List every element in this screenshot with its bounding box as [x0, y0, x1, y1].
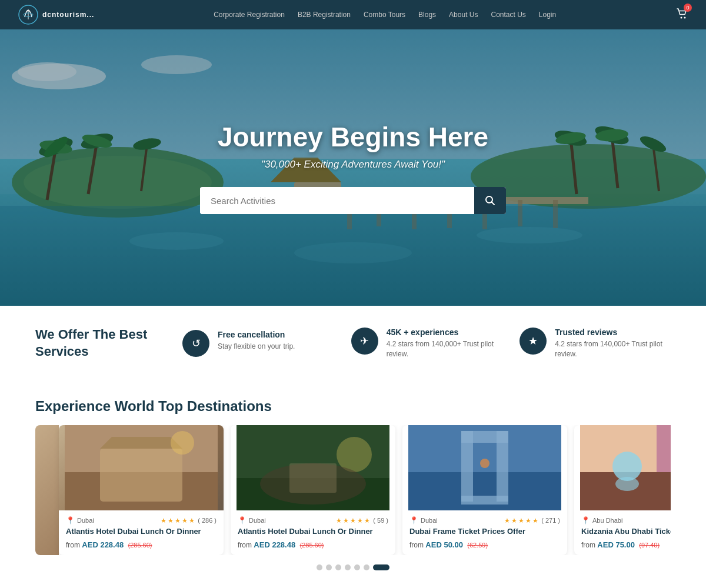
card-3-reviews: ( 271 ): [541, 517, 560, 524]
nav-corporate[interactable]: Corporate Registration: [214, 11, 285, 19]
service-experiences: ✈ 45K + experiences 4.2 stars from 140,0…: [334, 328, 502, 359]
dot-5[interactable]: [354, 564, 360, 570]
svg-rect-58: [408, 472, 561, 510]
service-cancellation: ↺ Free cancellation Stay flexible on you…: [165, 330, 334, 357]
partial-card-left: [35, 425, 59, 555]
card-2-title: Atlantis Hotel Dubai Lunch Or Dinner: [238, 527, 388, 537]
card-3-title: Dubai Frame Ticket Prices Offer: [409, 527, 560, 537]
dot-4[interactable]: [345, 564, 351, 570]
hero-content: Journey Begins Here "30,000+ Exciting Ad…: [200, 121, 506, 214]
card-1-location: 📍 Dubai: [66, 516, 94, 524]
dot-2[interactable]: [326, 564, 332, 570]
svg-rect-61: [461, 431, 508, 443]
cancellation-icon: ↺: [182, 330, 209, 357]
nav-about[interactable]: About Us: [449, 11, 478, 19]
svg-point-3: [681, 17, 682, 19]
destinations-cards-row: 📍 Dubai ★ ★ ★ ★ ★ ( 286 ) Atlantis Hotel: [35, 425, 671, 555]
dest-card-2[interactable]: 📍 Dubai ★ ★ ★ ★ ★ ( 59 ) Atlantis Hotel …: [231, 425, 395, 555]
nav-combo[interactable]: Combo Tours: [364, 11, 405, 19]
cart-count: 0: [684, 4, 692, 12]
svg-point-4: [684, 17, 686, 19]
destinations-title: Experience World Top Destinations: [35, 398, 671, 415]
nav-blogs[interactable]: Blogs: [418, 11, 436, 19]
card-4-price: from AED 75.00 (97.40): [581, 540, 671, 549]
dot-1[interactable]: [317, 564, 322, 570]
service-reviews: ★ Trusted reviews 4.2 stars from 140,000…: [502, 328, 671, 359]
svg-marker-50: [100, 437, 182, 449]
svg-point-68: [615, 477, 639, 491]
card-1-title: Atlantis Hotel Dubai Lunch Or Dinner: [66, 527, 217, 537]
dest-card-4[interactable]: 📍 Abu Dhabi ★ ★ ★ ★ ( 1 ) Kidzania Abu D…: [574, 425, 671, 555]
svg-rect-56: [289, 463, 337, 493]
search-button[interactable]: [474, 187, 506, 214]
svg-point-67: [612, 452, 642, 481]
card-2-location: 📍 Dubai: [238, 516, 266, 524]
card-2-price: from AED 228.48 (285.60): [238, 540, 388, 549]
services-title: We Offer The Best Services: [35, 326, 165, 360]
card-3-price: from AED 50.00 (62.59): [409, 540, 560, 549]
card-1-reviews: ( 286 ): [198, 517, 217, 524]
logo-text: dcntourism...: [42, 11, 94, 19]
hero-search-bar: [200, 187, 506, 214]
dot-3[interactable]: [335, 564, 341, 570]
destinations-section: Experience World Top Destinations: [0, 380, 706, 587]
service-cancellation-desc: Stay flexible on your trip.: [218, 342, 295, 352]
nav-b2b[interactable]: B2B Registration: [298, 11, 351, 19]
search-input[interactable]: [200, 188, 474, 214]
dest-card-1[interactable]: 📍 Dubai ★ ★ ★ ★ ★ ( 286 ) Atlantis Hotel: [59, 425, 224, 555]
service-experiences-desc: 4.2 stars from 140,000+ Trust pilot revi…: [387, 339, 502, 359]
card-3-location: 📍 Dubai: [409, 516, 438, 524]
svg-point-63: [480, 459, 489, 468]
card-2-reviews: ( 59 ): [373, 517, 388, 524]
nav-login[interactable]: Login: [539, 11, 556, 19]
destinations-cards-container: 📍 Dubai ★ ★ ★ ★ ★ ( 286 ) Atlantis Hotel: [35, 425, 671, 555]
hero-title: Journey Begins Here: [200, 121, 506, 153]
carousel-dots: [35, 564, 671, 570]
logo[interactable]: dcntourism...: [18, 4, 94, 25]
nav-links: Corporate Registration B2B Registration …: [214, 11, 556, 19]
dot-7-active[interactable]: [373, 564, 389, 570]
hero-subtitle: "30,000+ Exciting Adventures Await You!": [200, 159, 506, 171]
service-reviews-desc: 4.2 stars from 140,000+ Trust pilot revi…: [555, 339, 671, 359]
nav-contact[interactable]: Contact Us: [491, 11, 525, 19]
dot-6[interactable]: [364, 564, 369, 570]
card-4-title: Kidzania Abu Dhabi Tickets: [581, 527, 671, 537]
service-reviews-title: Trusted reviews: [555, 328, 671, 337]
svg-rect-62: [461, 496, 508, 505]
dest-card-3[interactable]: 📍 Dubai ★ ★ ★ ★ ★ ( 271 ) Dubai Frame Ti…: [402, 425, 567, 555]
cart-button[interactable]: 0: [675, 7, 688, 22]
experiences-icon: ✈: [351, 328, 378, 355]
service-cancellation-title: Free cancellation: [218, 330, 295, 339]
card-1-price: from AED 228.48 (285.60): [66, 540, 217, 549]
navbar: dcntourism... Corporate Registration B2B…: [0, 0, 706, 29]
card-4-location: 📍 Abu Dhabi: [581, 516, 622, 524]
svg-rect-49: [100, 449, 182, 502]
reviews-icon: ★: [519, 328, 547, 355]
navbar-right: 0: [675, 7, 688, 22]
hero-section: Journey Begins Here "30,000+ Exciting Ad…: [0, 29, 706, 306]
svg-point-51: [171, 431, 194, 455]
services-section: We Offer The Best Services ↺ Free cancel…: [0, 306, 706, 380]
service-experiences-title: 45K + experiences: [387, 328, 502, 337]
svg-line-46: [492, 202, 495, 205]
